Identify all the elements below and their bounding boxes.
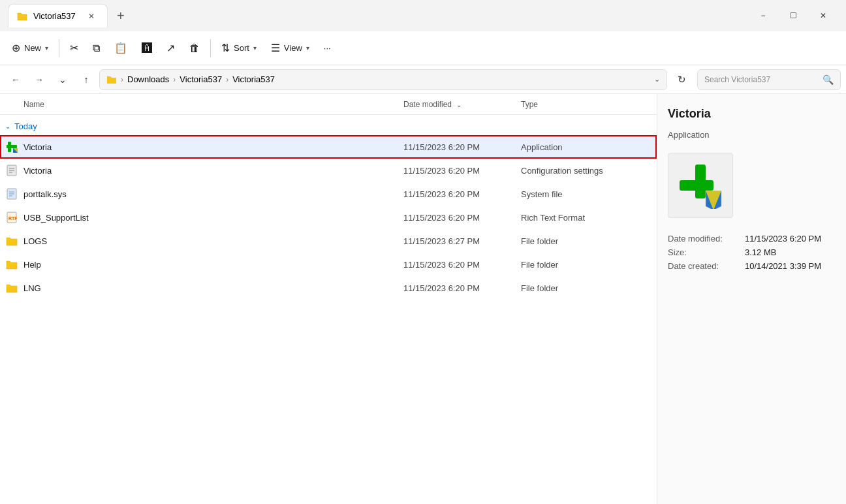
detail-date-modified: Date modified: 11/15/2023 6:20 PM (668, 234, 836, 244)
file-icon-victoria-config (5, 164, 18, 177)
column-headers: Name Date modified ⌄ Type (0, 94, 657, 115)
file-date-logs: 11/15/2023 6:27 PM (403, 236, 521, 246)
copy-icon: ⧉ (93, 42, 100, 54)
file-row[interactable]: LOGS 11/15/2023 6:27 PM File folder (0, 229, 657, 253)
back-button[interactable]: ← (5, 69, 26, 90)
detail-app-icon (677, 162, 724, 209)
file-row[interactable]: RTF USB_SupportList 11/15/2023 6:20 PM R… (0, 206, 657, 229)
main-area: Name Date modified ⌄ Type ⌄ Today (0, 94, 846, 504)
toolbar: ⊕ New ▾ ✂ ⧉ 📋 🅰 ↗ 🗑 ⇅ Sort ▾ ☰ View ▾ ··… (0, 31, 846, 65)
tab-title: Victoria537 (33, 11, 76, 21)
file-type-lng: File folder (521, 283, 651, 293)
detail-icon-box (668, 153, 733, 218)
new-button[interactable]: ⊕ New ▾ (5, 36, 55, 61)
file-row[interactable]: LNG 11/15/2023 6:20 PM File folder (0, 276, 657, 300)
rename-button[interactable]: 🅰 (135, 36, 159, 61)
view-button[interactable]: ☰ View ▾ (264, 36, 316, 61)
sort-chevron: ▾ (253, 44, 257, 52)
detail-date-created: Date created: 10/14/2021 3:39 PM (668, 261, 836, 271)
breadcrumb-downloads: Downloads (127, 74, 169, 84)
svg-rect-15 (680, 180, 713, 191)
close-button[interactable]: ✕ (808, 5, 838, 26)
separator-1 (59, 39, 59, 57)
col-header-type[interactable]: Type (521, 100, 651, 109)
col-header-date[interactable]: Date modified ⌄ (403, 100, 521, 109)
group-header-today[interactable]: ⌄ Today (0, 118, 657, 135)
up-button[interactable]: ↑ (76, 69, 97, 90)
file-date-victoria-app: 11/15/2023 6:20 PM (403, 142, 521, 152)
file-type-victoria-app: Application (521, 142, 651, 152)
file-icon-usb: RTF (5, 211, 18, 224)
rename-icon: 🅰 (142, 42, 152, 54)
view-chevron: ▾ (306, 44, 309, 52)
breadcrumb-victoria537-2: Victoria537 (232, 74, 275, 84)
group-collapse-icon: ⌄ (5, 123, 10, 130)
file-name-porttalk: porttalk.sys (24, 189, 403, 199)
file-name-usb: USB_SupportList (24, 213, 403, 223)
title-bar: Victoria537 ✕ + − ☐ ✕ (0, 0, 846, 31)
file-date-porttalk: 11/15/2023 6:20 PM (403, 189, 521, 199)
file-icon-lng (5, 281, 18, 294)
file-date-victoria-config: 11/15/2023 6:20 PM (403, 166, 521, 176)
svg-rect-1 (7, 145, 17, 148)
view-icon: ☰ (271, 42, 280, 54)
new-tab-button[interactable]: + (110, 5, 131, 26)
detail-title: Victoria (668, 107, 836, 121)
svg-text:RTF: RTF (8, 216, 17, 221)
search-icon: 🔍 (822, 74, 834, 85)
file-name-victoria-app: Victoria (24, 142, 403, 152)
file-type-porttalk: System file (521, 189, 651, 199)
file-row[interactable]: Help 11/15/2023 6:20 PM File folder (0, 253, 657, 276)
address-dropdown-button[interactable]: ⌄ (654, 75, 660, 84)
new-label: New (24, 43, 41, 53)
cut-button[interactable]: ✂ (63, 36, 85, 61)
file-name-lng: LNG (24, 283, 403, 293)
file-type-logs: File folder (521, 236, 651, 246)
new-chevron: ▾ (45, 44, 48, 52)
minimize-button[interactable]: − (748, 5, 778, 26)
delete-button[interactable]: 🗑 (183, 36, 206, 61)
file-list: ⌄ Today Victoria 11/15/2023 6:20 PM Appl… (0, 115, 657, 504)
active-tab[interactable]: Victoria537 ✕ (8, 4, 108, 27)
maximize-button[interactable]: ☐ (778, 5, 808, 26)
file-name-help: Help (24, 260, 403, 270)
tab-folder-icon (16, 10, 28, 22)
sort-button[interactable]: ⇅ Sort ▾ (215, 36, 263, 61)
file-date-help: 11/15/2023 6:20 PM (403, 260, 521, 270)
file-type-usb: Rich Text Format (521, 213, 651, 223)
file-icon-help (5, 258, 18, 271)
file-name-victoria-config: Victoria (24, 166, 403, 176)
file-icon-victoria-app (5, 140, 18, 153)
sort-icon: ⇅ (221, 42, 230, 54)
tab-close-button[interactable]: ✕ (84, 8, 99, 24)
sort-label: Sort (234, 43, 249, 53)
detail-subtitle: Application (668, 130, 836, 140)
more-label: ··· (324, 43, 331, 53)
cut-icon: ✂ (70, 42, 78, 54)
paste-button[interactable]: 📋 (108, 36, 134, 61)
paste-icon: 📋 (114, 42, 127, 54)
search-box[interactable]: Search Victoria537 🔍 (697, 69, 841, 90)
forward-button[interactable]: → (29, 69, 50, 90)
file-date-usb: 11/15/2023 6:20 PM (403, 213, 521, 223)
col-header-name[interactable]: Name (5, 100, 403, 109)
more-button[interactable]: ··· (317, 36, 337, 61)
file-type-help: File folder (521, 260, 651, 270)
file-row[interactable]: Victoria 11/15/2023 6:20 PM Application (0, 135, 657, 159)
address-folder-icon (106, 74, 117, 85)
delete-icon: 🗑 (189, 42, 200, 54)
breadcrumb-victoria537-1: Victoria537 (180, 74, 222, 84)
detail-properties: Date modified: 11/15/2023 6:20 PM Size: … (668, 234, 836, 271)
copy-button[interactable]: ⧉ (86, 36, 106, 61)
search-placeholder: Search Victoria537 (704, 75, 819, 84)
refresh-button[interactable]: ↻ (671, 69, 692, 90)
file-icon-porttalk (5, 187, 18, 200)
file-type-victoria-config: Configuration settings (521, 166, 651, 176)
file-row[interactable]: Victoria 11/15/2023 6:20 PM Configuratio… (0, 159, 657, 182)
address-bar[interactable]: › Downloads › Victoria537 › Victoria537 … (99, 69, 667, 90)
view-label: View (284, 43, 302, 53)
sort-indicator: ⌄ (456, 101, 462, 108)
recent-button[interactable]: ⌄ (52, 69, 73, 90)
share-button[interactable]: ↗ (160, 36, 181, 61)
file-row[interactable]: porttalk.sys 11/15/2023 6:20 PM System f… (0, 182, 657, 206)
